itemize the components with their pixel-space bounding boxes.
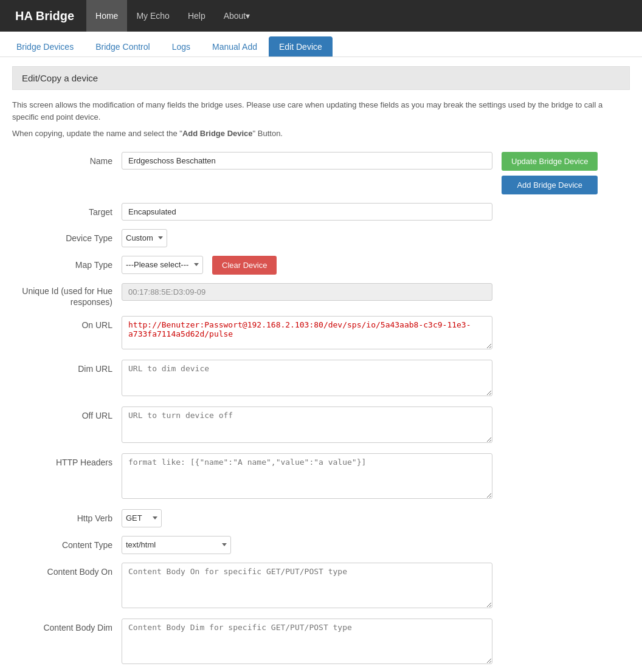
http-verb-select[interactable]: GET POST PUT xyxy=(122,509,162,527)
description-line2: When copying, update the name and select… xyxy=(12,128,630,140)
off-url-label: Off URL xyxy=(12,406,122,422)
map-type-select[interactable]: ---Please select--- xyxy=(122,256,203,274)
off-url-textarea[interactable] xyxy=(122,406,492,443)
content-type-select[interactable]: text/html application/json text/plain xyxy=(122,536,231,554)
edit-device-form: Name Update Bridge Device Add Bridge Dev… xyxy=(12,152,630,673)
nav-help[interactable]: Help xyxy=(179,0,215,32)
content-body-on-textarea[interactable] xyxy=(122,563,492,608)
content-type-label: Content Type xyxy=(12,536,122,552)
tab-manual-add[interactable]: Manual Add xyxy=(202,36,268,57)
content-body-on-row: Content Body On xyxy=(12,563,630,610)
name-label: Name xyxy=(12,152,122,168)
content-type-row: Content Type text/html application/json … xyxy=(12,536,630,554)
on-url-textarea[interactable] xyxy=(122,316,492,349)
off-url-row: Off URL xyxy=(12,406,630,445)
description-line1: This screen allows the modification of m… xyxy=(12,99,630,123)
content-body-on-label: Content Body On xyxy=(12,563,122,578)
dim-url-textarea[interactable] xyxy=(122,360,492,396)
clear-device-button[interactable]: Clear Device xyxy=(212,256,277,275)
unique-id-label: Unique Id (used for Hue responses) xyxy=(12,283,122,307)
map-type-label: Map Type xyxy=(12,256,122,272)
tab-logs[interactable]: Logs xyxy=(162,36,201,57)
brand-logo: HA Bridge xyxy=(6,9,83,23)
page-content: Edit/Copy a device This screen allows th… xyxy=(0,57,642,672)
http-verb-label: Http Verb xyxy=(12,509,122,525)
http-verb-row: Http Verb GET POST PUT xyxy=(12,509,630,527)
device-type-select[interactable]: Custom xyxy=(122,229,167,247)
target-label: Target xyxy=(12,203,122,219)
on-url-label: On URL xyxy=(12,316,122,332)
http-headers-row: HTTP Headers xyxy=(12,453,630,501)
device-type-row: Device Type Custom xyxy=(12,229,630,247)
nav-my-echo[interactable]: My Echo xyxy=(127,0,178,32)
name-input[interactable] xyxy=(122,152,492,170)
nav-home[interactable]: Home xyxy=(86,0,127,32)
name-row: Name Update Bridge Device Add Bridge Dev… xyxy=(12,152,630,194)
http-headers-textarea[interactable] xyxy=(122,453,492,499)
unique-id-row: Unique Id (used for Hue responses) xyxy=(12,283,630,307)
update-bridge-device-button[interactable]: Update Bridge Device xyxy=(502,152,598,171)
device-type-label: Device Type xyxy=(12,229,122,245)
dim-url-label: Dim URL xyxy=(12,360,122,375)
on-url-row: On URL xyxy=(12,316,630,351)
target-input[interactable] xyxy=(122,203,492,221)
tab-bridge-control[interactable]: Bridge Control xyxy=(85,36,160,57)
map-type-row: Map Type ---Please select--- Clear Devic… xyxy=(12,256,630,275)
content-body-dim-textarea[interactable] xyxy=(122,619,492,664)
http-headers-label: HTTP Headers xyxy=(12,453,122,469)
tab-bridge-devices[interactable]: Bridge Devices xyxy=(6,36,84,57)
tab-edit-device[interactable]: Edit Device xyxy=(269,36,333,57)
unique-id-input[interactable] xyxy=(122,283,492,301)
add-bridge-device-button[interactable]: Add Bridge Device xyxy=(502,176,598,194)
section-header: Edit/Copy a device xyxy=(12,66,630,90)
nav-about[interactable]: About xyxy=(215,0,260,32)
dim-url-row: Dim URL xyxy=(12,360,630,398)
tabs-bar: Bridge Devices Bridge Control Logs Manua… xyxy=(0,32,642,57)
content-body-dim-row: Content Body Dim xyxy=(12,619,630,666)
navbar: HA Bridge Home My Echo Help About xyxy=(0,0,642,32)
target-row: Target xyxy=(12,203,630,221)
content-body-dim-label: Content Body Dim xyxy=(12,619,122,634)
